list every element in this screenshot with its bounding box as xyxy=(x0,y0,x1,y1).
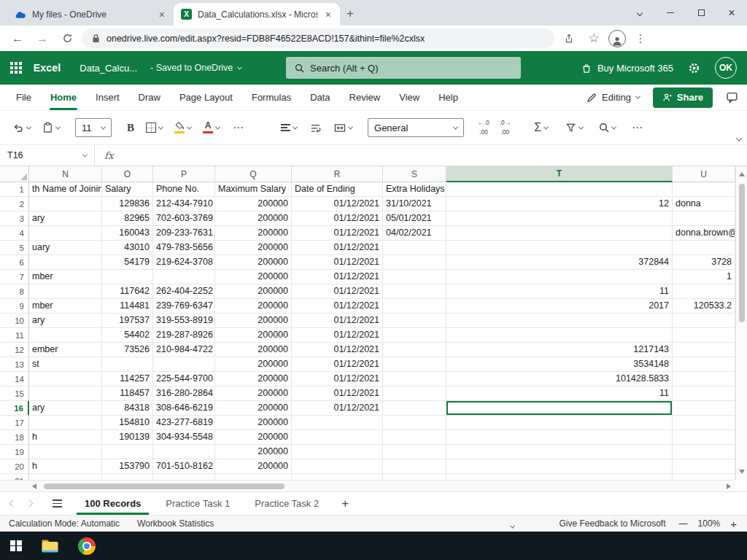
cell-T8[interactable]: 11 xyxy=(446,284,673,299)
cell-O12[interactable]: 73526 xyxy=(102,343,153,357)
cell-Q12[interactable]: 200000 xyxy=(215,343,292,357)
cell-O14[interactable]: 114257 xyxy=(102,372,153,386)
wrap-text-button[interactable] xyxy=(306,120,325,136)
cell-N13[interactable]: st xyxy=(29,357,102,372)
cell-R8[interactable]: 01/12/2021 xyxy=(292,284,383,299)
cell-N5[interactable]: uary xyxy=(29,241,102,255)
cell-O11[interactable]: 54402 xyxy=(102,328,153,343)
row-header-17[interactable]: 17 xyxy=(0,416,29,430)
column-header-S[interactable]: S xyxy=(383,166,446,182)
cell-T9[interactable]: 2017 xyxy=(446,299,673,314)
cell-Q9[interactable]: 200000 xyxy=(215,299,292,314)
cell-S18[interactable] xyxy=(383,430,446,445)
app-launcher-waffle-icon[interactable] xyxy=(10,62,22,74)
cell-U3[interactable] xyxy=(673,211,735,226)
file-explorer-icon[interactable] xyxy=(41,538,59,553)
cell-N9[interactable]: mber xyxy=(29,299,102,314)
sheet-tab-practice-task-1[interactable]: Practice Task 1 xyxy=(153,492,242,515)
horizontal-scrollbar[interactable] xyxy=(0,480,735,491)
cell-Q1[interactable]: Maximum Salary xyxy=(215,182,292,197)
cell-P11[interactable]: 219-287-8926 xyxy=(153,328,215,343)
cell-O16[interactable]: 84318 xyxy=(102,401,153,416)
cell-Q21[interactable] xyxy=(215,474,292,480)
cell-R15[interactable]: 01/12/2021 xyxy=(292,386,383,401)
cell-P3[interactable]: 702-603-3769 xyxy=(153,211,215,226)
cell-R7[interactable]: 01/12/2021 xyxy=(292,270,383,284)
cell-N7[interactable]: mber xyxy=(29,270,102,284)
cell-Q5[interactable]: 200000 xyxy=(215,241,292,255)
browser-tab-excel[interactable]: X Data_Calculations.xlsx - Microsof × xyxy=(174,3,340,26)
cell-O15[interactable]: 118457 xyxy=(102,386,153,401)
cell-N20[interactable]: h xyxy=(29,459,102,474)
cell-N3[interactable]: ary xyxy=(29,211,102,226)
row-header-15[interactable]: 15 xyxy=(0,386,29,401)
cell-T13[interactable]: 3534148 xyxy=(446,357,673,372)
row-header-10[interactable]: 10 xyxy=(0,314,29,328)
all-sheets-menu-icon[interactable] xyxy=(42,492,72,515)
status-chevron-icon[interactable] xyxy=(511,521,514,531)
cell-T2[interactable]: 12 xyxy=(446,197,673,211)
cell-Q14[interactable]: 200000 xyxy=(215,372,292,386)
cell-U7[interactable]: 1 xyxy=(673,270,735,284)
cell-N1[interactable]: th Name of Joining xyxy=(29,182,102,197)
cell-R3[interactable]: 01/12/2021 xyxy=(292,211,383,226)
row-header-5[interactable]: 5 xyxy=(0,241,29,255)
browser-profile-avatar[interactable] xyxy=(608,30,626,47)
cell-Q11[interactable]: 200000 xyxy=(215,328,292,343)
cell-P10[interactable]: 319-553-8919 xyxy=(153,314,215,328)
cell-O7[interactable] xyxy=(102,270,153,284)
cell-T3[interactable] xyxy=(446,211,673,226)
cell-S5[interactable] xyxy=(383,241,446,255)
new-tab-button[interactable]: + xyxy=(340,4,360,24)
undo-button[interactable] xyxy=(9,119,34,137)
cell-P21[interactable] xyxy=(153,474,215,480)
scroll-left-arrow-icon[interactable] xyxy=(32,483,36,489)
cell-S17[interactable] xyxy=(383,416,446,430)
cell-P16[interactable]: 308-646-6219 xyxy=(153,401,215,416)
cell-O13[interactable] xyxy=(102,357,153,372)
number-format-select[interactable]: General xyxy=(368,118,464,137)
cell-N15[interactable] xyxy=(29,386,102,401)
cell-S9[interactable] xyxy=(383,299,446,314)
cell-S15[interactable] xyxy=(383,386,446,401)
cell-O3[interactable]: 82965 xyxy=(102,211,153,226)
row-header-1[interactable]: 1 xyxy=(0,182,29,197)
share-page-icon[interactable] xyxy=(559,28,579,49)
cell-U18[interactable] xyxy=(673,430,735,445)
row-header-7[interactable]: 7 xyxy=(0,270,29,284)
start-button-icon[interactable] xyxy=(10,540,22,552)
cell-U15[interactable] xyxy=(673,386,735,401)
scroll-right-arrow-icon[interactable] xyxy=(727,483,731,489)
tab-close-icon[interactable]: × xyxy=(158,9,166,20)
decrease-decimal-button[interactable]: .0→.00 xyxy=(496,116,515,139)
sheet-tab-practice-task-2[interactable]: Practice Task 2 xyxy=(242,492,331,515)
cell-U14[interactable] xyxy=(673,372,735,386)
cell-R20[interactable] xyxy=(292,459,383,474)
cell-U21[interactable] xyxy=(673,474,735,480)
bold-button[interactable]: B xyxy=(123,118,138,138)
share-button[interactable]: Share xyxy=(653,88,713,108)
cell-P15[interactable]: 316-280-2864 xyxy=(153,386,215,401)
cell-T18[interactable] xyxy=(446,430,673,445)
column-header-N[interactable]: N xyxy=(29,166,102,182)
cell-T7[interactable] xyxy=(446,270,673,284)
cell-U2[interactable]: donna xyxy=(673,197,735,211)
cell-S7[interactable] xyxy=(383,270,446,284)
account-avatar[interactable]: OK xyxy=(715,57,737,79)
chrome-icon[interactable] xyxy=(78,537,96,555)
cell-O4[interactable]: 160043 xyxy=(102,226,153,241)
row-header-2[interactable]: 2 xyxy=(0,197,29,211)
cell-U10[interactable] xyxy=(673,314,735,328)
cell-R21[interactable] xyxy=(292,474,383,480)
cell-P17[interactable]: 423-277-6819 xyxy=(153,416,215,430)
cell-Q8[interactable]: 200000 xyxy=(215,284,292,299)
zoom-level[interactable]: 100% xyxy=(698,518,721,529)
cell-N18[interactable]: h xyxy=(29,430,102,445)
cell-O6[interactable]: 54179 xyxy=(102,255,153,270)
insert-function-fx-button[interactable]: fx xyxy=(95,149,123,161)
scroll-down-arrow-icon[interactable] xyxy=(739,470,745,474)
cell-S12[interactable] xyxy=(383,343,446,357)
cell-O1[interactable]: Salary xyxy=(102,182,153,197)
editing-mode-dropdown[interactable]: Editing xyxy=(587,92,640,103)
add-sheet-button[interactable]: + xyxy=(331,492,359,515)
